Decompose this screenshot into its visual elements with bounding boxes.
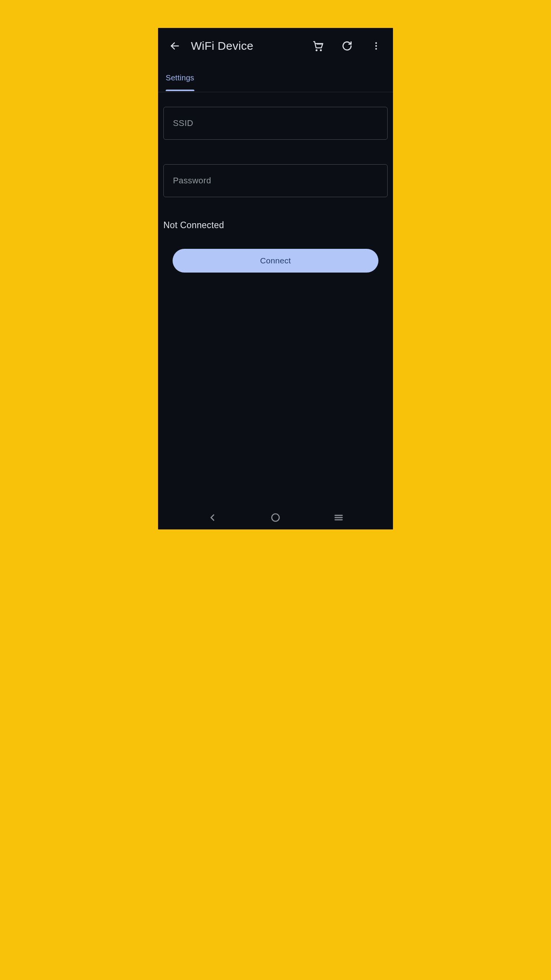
nav-home-button[interactable] xyxy=(264,508,287,527)
tab-bar: Settings xyxy=(158,64,393,92)
arrow-left-icon xyxy=(170,41,180,51)
content-area: Not Connected Connect xyxy=(158,92,393,506)
svg-point-4 xyxy=(375,42,377,44)
ssid-input[interactable] xyxy=(173,118,378,128)
chevron-left-icon xyxy=(207,512,218,523)
password-input[interactable] xyxy=(173,176,378,186)
refresh-icon xyxy=(342,41,352,51)
shopping-cart-icon xyxy=(312,40,324,52)
page-title: WiFi Device xyxy=(191,39,309,52)
tab-settings[interactable]: Settings xyxy=(166,65,194,91)
svg-point-2 xyxy=(320,50,321,51)
nav-recent-button[interactable] xyxy=(327,508,350,527)
more-vertical-icon xyxy=(371,41,381,51)
circle-icon xyxy=(271,513,280,523)
more-button[interactable] xyxy=(367,37,385,55)
connection-status: Not Connected xyxy=(163,220,388,230)
cart-button[interactable] xyxy=(309,37,327,55)
nav-back-button[interactable] xyxy=(201,508,224,527)
svg-point-5 xyxy=(375,45,377,47)
system-nav-bar xyxy=(158,506,393,529)
svg-point-1 xyxy=(316,50,317,51)
svg-point-7 xyxy=(272,514,279,521)
app-bar: WiFi Device xyxy=(158,28,393,64)
connect-button[interactable]: Connect xyxy=(173,249,378,273)
password-input-wrapper xyxy=(163,164,388,197)
svg-point-6 xyxy=(375,48,377,49)
refresh-button[interactable] xyxy=(338,37,356,55)
action-icons xyxy=(309,37,385,55)
ssid-input-wrapper xyxy=(163,107,388,140)
phone-screen: WiFi Device xyxy=(158,28,393,529)
menu-icon xyxy=(333,512,344,523)
back-button[interactable] xyxy=(166,37,184,55)
